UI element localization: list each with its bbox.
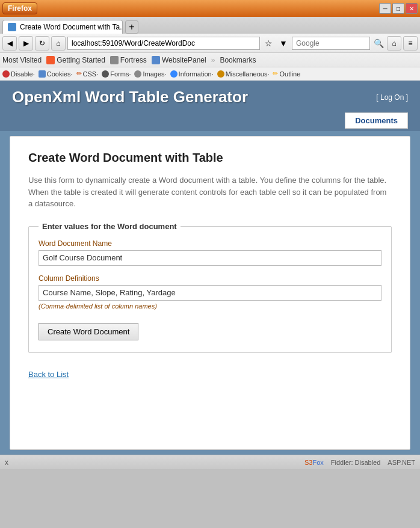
create-word-document-button[interactable]: Create Word Document — [39, 323, 138, 340]
getting-started-label: Getting Started — [57, 56, 105, 64]
wp-icon — [152, 56, 160, 64]
window-controls: ─ □ ✕ — [379, 3, 418, 14]
outline-label: Outline — [279, 70, 300, 78]
home-icon: ⌂ — [56, 39, 60, 48]
page-description: Use this form to dynamically create a Wo… — [28, 174, 392, 210]
cookies-toggle[interactable]: Cookies· — [39, 70, 73, 78]
back-to-list-link[interactable]: Back to List — [28, 370, 69, 379]
forms-icon — [102, 70, 109, 78]
bm-separator: » — [211, 56, 215, 64]
aspnet-label: ASP.NET — [388, 459, 415, 466]
outline-toggle[interactable]: ✏ Outline — [273, 70, 300, 78]
reload-button[interactable]: ↻ — [35, 36, 49, 51]
most-visited-label: Most Visited — [2, 56, 42, 64]
bookmark-star-icon[interactable]: ☆ — [262, 37, 275, 50]
info-icon — [170, 70, 178, 78]
forward-icon: ▶ — [23, 39, 29, 48]
s3fox-logo: S3Fox — [304, 459, 324, 466]
column-defs-label: Column Definitions — [39, 274, 381, 283]
fieldset-legend: Enter values for the Word document — [39, 222, 181, 231]
tab-bar: Create Word Document with Ta... + — [0, 17, 420, 34]
nav-addon-icon: ≡ — [408, 39, 412, 48]
status-bar: x S3Fox Fiddler: Disabled ASP.NET — [0, 455, 420, 469]
forms-label: Forms· — [110, 70, 131, 78]
new-tab-button[interactable]: + — [125, 20, 138, 34]
fiddler-status: Fiddler: Disabled — [331, 459, 381, 466]
page-title: Create Word Document with Table — [28, 151, 392, 165]
images-label: Images· — [143, 70, 166, 78]
forward-button[interactable]: ▶ — [19, 36, 33, 51]
word-doc-name-input[interactable] — [39, 250, 381, 266]
fortress-icon — [110, 56, 119, 64]
fortress-label: Fortress — [120, 56, 147, 64]
firefox-bookmark-icon — [46, 56, 55, 64]
tab-label: Create Word Document with Ta... — [20, 23, 123, 31]
misc-icon — [217, 70, 224, 78]
firefox-menu-button[interactable]: Firefox — [2, 2, 37, 14]
nav-extra-icon: ⌂ — [392, 39, 396, 48]
home-button[interactable]: ⌂ — [51, 36, 66, 51]
back-button[interactable]: ◀ — [2, 36, 17, 51]
css-label: CSS· — [83, 70, 99, 78]
status-left: x — [5, 458, 301, 467]
images-toggle[interactable]: Images· — [134, 70, 166, 78]
word-doc-name-label: Word Document Name — [39, 239, 381, 248]
close-button[interactable]: ✕ — [406, 3, 418, 14]
images-icon — [134, 70, 141, 78]
websitepanel-label: WebsitePanel — [162, 56, 206, 64]
miscellaneous-toggle[interactable]: Miscellaneous· — [217, 70, 270, 78]
reload-icon: ↻ — [39, 39, 45, 48]
log-on-link[interactable]: [ Log On ] — [376, 93, 408, 102]
misc-label: Miscellaneous· — [226, 70, 270, 78]
app-nav: Documents — [0, 112, 420, 131]
maximize-button[interactable]: □ — [392, 3, 404, 14]
column-defs-field-group: Column Definitions (Comma-delimited list… — [39, 274, 381, 310]
dev-bar: Disable· Cookies· ✏ CSS· Forms· Images· … — [0, 67, 420, 81]
tab-documents[interactable]: Documents — [345, 112, 408, 129]
browser-content: OpenXml Word Table Generator [ Log On ] … — [0, 81, 420, 455]
bookmarks-menu[interactable]: Bookmarks — [220, 56, 256, 64]
cookies-label: Cookies· — [47, 70, 73, 78]
column-defs-hint: (Comma-delimited list of column names) — [39, 302, 381, 310]
nav-addon-button[interactable]: ≡ — [403, 36, 418, 51]
search-input[interactable] — [292, 37, 370, 50]
bookmarks-bar: Most Visited Getting Started Fortress We… — [0, 53, 420, 67]
column-defs-input[interactable] — [39, 285, 381, 301]
css-toggle[interactable]: ✏ CSS· — [76, 70, 99, 78]
status-right: S3Fox Fiddler: Disabled ASP.NET — [304, 459, 415, 466]
active-tab[interactable]: Create Word Document with Ta... — [2, 20, 123, 34]
nav-extra-button[interactable]: ⌂ — [387, 36, 401, 51]
minimize-button[interactable]: ─ — [379, 3, 391, 14]
form-fieldset: Enter values for the Word document Word … — [28, 222, 392, 353]
information-label: Information· — [179, 70, 214, 78]
word-doc-name-field-group: Word Document Name — [39, 239, 381, 266]
s3fox-fox: Fox — [312, 459, 323, 466]
cookies-icon — [39, 70, 46, 78]
content-card: Create Word Document with Table Use this… — [10, 136, 410, 450]
status-x: x — [5, 458, 8, 467]
fortress-bookmark[interactable]: Fortress — [110, 56, 147, 64]
websitepanel-bookmark[interactable]: WebsitePanel — [152, 56, 206, 64]
information-toggle[interactable]: Information· — [170, 70, 214, 78]
bookmarks-label: Bookmarks — [220, 56, 256, 64]
most-visited-bookmark[interactable]: Most Visited — [2, 56, 42, 64]
back-icon: ◀ — [7, 39, 13, 48]
outline-pencil-icon: ✏ — [273, 70, 278, 78]
tab-favicon — [8, 23, 16, 31]
search-icon[interactable]: 🔍 — [372, 37, 385, 50]
app-header: OpenXml Word Table Generator [ Log On ] — [0, 81, 420, 112]
disable-label: Disable· — [11, 70, 35, 78]
nav-bar: ◀ ▶ ↻ ⌂ ☆ ▼ 🔍 ⌂ ≡ — [0, 34, 420, 53]
nav-history-icon[interactable]: ▼ — [277, 37, 290, 50]
address-bar[interactable] — [67, 37, 260, 50]
disable-toggle[interactable]: Disable· — [2, 70, 35, 78]
forms-toggle[interactable]: Forms· — [102, 70, 131, 78]
title-bar: Firefox ─ □ ✕ — [0, 0, 420, 17]
getting-started-bookmark[interactable]: Getting Started — [46, 56, 105, 64]
css-edit-icon: ✏ — [76, 70, 82, 78]
app-title: OpenXml Word Table Generator — [12, 88, 248, 106]
disable-icon — [2, 70, 10, 78]
